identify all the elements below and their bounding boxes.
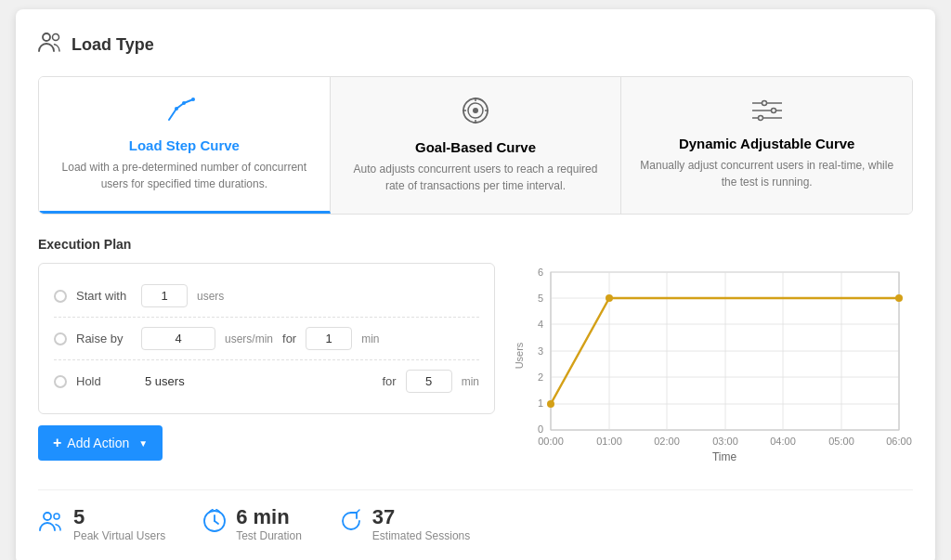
svg-point-0 xyxy=(43,33,50,41)
stat-peak-users: 5 Peak Virtual Users xyxy=(38,505,165,542)
bottom-stats: 5 Peak Virtual Users 6 min Test Duration xyxy=(38,489,913,542)
svg-point-53 xyxy=(54,514,59,519)
test-duration-value: 6 min xyxy=(236,505,302,529)
page-title: Load Type xyxy=(72,35,154,55)
estimated-sessions-value: 37 xyxy=(372,505,470,529)
svg-point-7 xyxy=(473,108,478,113)
stat-estimated-sessions: 37 Estimated Sessions xyxy=(339,505,470,542)
main-content: Start with users Raise by users/min for … xyxy=(38,263,913,467)
svg-point-4 xyxy=(191,98,195,101)
peak-users-value: 5 xyxy=(73,505,165,529)
svg-text:06:00: 06:00 xyxy=(886,436,912,447)
hold-label: Hold xyxy=(76,374,132,388)
start-value-input[interactable] xyxy=(141,284,188,307)
dynamic-icon xyxy=(636,96,897,128)
hold-row: Hold 5 users for min xyxy=(54,360,479,402)
raise-for-label: for xyxy=(282,332,296,345)
svg-text:01:00: 01:00 xyxy=(596,436,622,447)
add-action-label: Add Action xyxy=(67,436,129,450)
start-radio xyxy=(54,290,67,303)
svg-point-52 xyxy=(44,513,51,520)
hold-for-unit: min xyxy=(462,375,479,388)
stat-estimated-sessions-info: 37 Estimated Sessions xyxy=(372,505,470,542)
svg-point-3 xyxy=(182,101,186,105)
load-step-desc: Load with a pre-determined number of con… xyxy=(54,159,315,192)
goal-based-curve-card[interactable]: Goal-Based Curve Auto adjusts concurrent… xyxy=(331,77,622,214)
start-label: Start with xyxy=(76,289,132,303)
start-with-row: Start with users xyxy=(54,275,479,318)
goal-based-desc: Auto adjusts concurrent users to reach a… xyxy=(345,161,606,194)
start-unit: users xyxy=(197,290,224,303)
raise-radio xyxy=(54,332,67,345)
svg-text:00:00: 00:00 xyxy=(538,436,564,447)
dynamic-curve-card[interactable]: Dynamic Adjustable Curve Manually adjust… xyxy=(621,77,912,214)
svg-text:04:00: 04:00 xyxy=(770,436,796,447)
svg-text:5: 5 xyxy=(538,293,543,304)
page-header: Load Type xyxy=(38,32,913,58)
svg-text:Users: Users xyxy=(514,342,525,369)
svg-point-1 xyxy=(53,34,59,41)
chart-panel: 6 5 4 3 2 1 0 00:00 01:00 02:00 03:00 04… xyxy=(514,263,913,467)
hold-radio xyxy=(54,375,67,388)
goal-based-title: Goal-Based Curve xyxy=(345,139,606,155)
dropdown-arrow-icon: ▼ xyxy=(138,438,148,449)
svg-point-16 xyxy=(771,109,775,113)
execution-plan-title: Execution Plan xyxy=(38,237,913,252)
svg-line-56 xyxy=(215,521,218,524)
execution-steps-box: Start with users Raise by users/min for … xyxy=(38,263,495,414)
raise-for-input[interactable] xyxy=(306,327,352,350)
stat-peak-users-info: 5 Peak Virtual Users xyxy=(73,505,165,542)
peak-users-label: Peak Virtual Users xyxy=(73,529,165,542)
estimated-sessions-icon xyxy=(339,509,363,539)
estimated-sessions-label: Estimated Sessions xyxy=(372,529,470,542)
svg-text:0: 0 xyxy=(538,423,543,435)
raise-value-input[interactable] xyxy=(141,327,215,350)
dynamic-title: Dynamic Adjustable Curve xyxy=(636,136,897,151)
chart-point-2 xyxy=(895,294,903,302)
peak-users-icon xyxy=(38,510,64,538)
add-action-button[interactable]: + Add Action ▼ xyxy=(38,425,163,461)
raise-label: Raise by xyxy=(76,332,132,345)
chart-container: 6 5 4 3 2 1 0 00:00 01:00 02:00 03:00 04… xyxy=(514,263,913,467)
goal-based-icon xyxy=(345,96,606,132)
hold-for-input[interactable] xyxy=(406,370,452,393)
dynamic-desc: Manually adjust concurrent users in real… xyxy=(636,157,897,190)
load-step-curve-card[interactable]: Load Step Curve Load with a pre-determin… xyxy=(39,77,331,214)
svg-text:1: 1 xyxy=(538,397,543,409)
test-duration-label: Test Duration xyxy=(236,529,302,542)
svg-point-13 xyxy=(762,101,766,106)
main-card: Load Type Load Step Curve Load with a pr… xyxy=(16,9,935,560)
raise-for-unit: min xyxy=(361,332,379,345)
hold-value: 5 users xyxy=(145,374,185,388)
hold-for-label: for xyxy=(382,374,396,388)
raise-unit: users/min xyxy=(225,332,273,345)
svg-text:02:00: 02:00 xyxy=(654,436,680,447)
svg-text:03:00: 03:00 xyxy=(712,436,738,447)
add-icon: + xyxy=(53,435,61,451)
users-icon xyxy=(38,32,62,58)
stat-test-duration-info: 6 min Test Duration xyxy=(236,505,302,542)
load-step-icon xyxy=(54,96,315,130)
load-type-selector: Load Step Curve Load with a pre-determin… xyxy=(38,76,913,215)
svg-text:3: 3 xyxy=(538,345,543,357)
stat-test-duration: 6 min Test Duration xyxy=(202,505,302,542)
execution-plan-panel: Start with users Raise by users/min for … xyxy=(38,263,495,467)
svg-text:4: 4 xyxy=(538,319,543,330)
svg-text:6: 6 xyxy=(538,267,543,278)
test-duration-icon xyxy=(202,509,227,539)
chart-point-1 xyxy=(606,294,613,302)
svg-point-19 xyxy=(758,116,762,121)
svg-text:Time: Time xyxy=(712,450,737,463)
load-step-title: Load Step Curve xyxy=(54,137,315,153)
svg-text:2: 2 xyxy=(538,371,543,383)
svg-text:05:00: 05:00 xyxy=(828,436,854,447)
svg-point-2 xyxy=(175,107,178,111)
raise-by-row: Raise by users/min for min xyxy=(54,318,479,360)
line-chart: 6 5 4 3 2 1 0 00:00 01:00 02:00 03:00 04… xyxy=(514,263,913,467)
chart-point-0 xyxy=(547,400,554,408)
